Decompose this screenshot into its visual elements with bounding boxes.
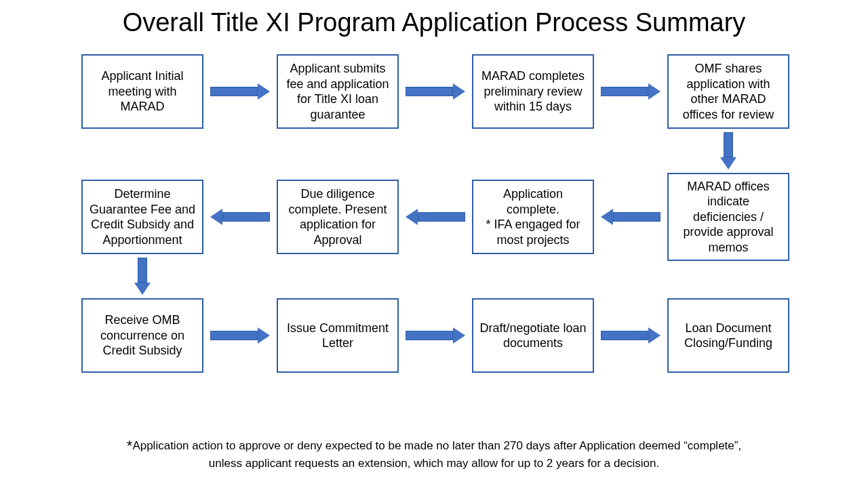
- arrow-right-icon: [406, 83, 465, 100]
- step-closing-funding: Loan Document Closing/Funding: [667, 298, 789, 373]
- step-omb-concurrence: Receive OMB concurrence on Credit Subsid…: [81, 298, 203, 373]
- box-label: Issue Commitment Letter: [283, 321, 392, 351]
- arrow-right-icon: [601, 327, 660, 344]
- box-label: Loan Document Closing/Funding: [674, 321, 783, 351]
- box-label: Applicant Initial meeting with MARAD: [88, 68, 197, 115]
- box-label: Draft/negotiate loan documents: [479, 321, 587, 351]
- footnote-line-1: Application action to approve or deny ex…: [132, 439, 741, 452]
- arrow-right-icon: [210, 83, 270, 100]
- box-label: Determine Guarantee Fee and Credit Subsi…: [88, 186, 197, 247]
- step-draft-documents: Draft/negotiate loan documents: [472, 298, 594, 373]
- box-label: OMF shares application with other MARAD …: [674, 61, 783, 122]
- step-determine-fee: Determine Guarantee Fee and Credit Subsi…: [81, 180, 203, 254]
- arrow-left-icon: [601, 209, 660, 225]
- step-application-complete: Application complete. * IFA engaged for …: [472, 180, 594, 254]
- step-submit-application: Applicant submits fee and application fo…: [277, 54, 399, 129]
- arrow-down-icon: [134, 258, 151, 295]
- arrow-right-icon: [601, 83, 660, 100]
- arrow-right-icon: [210, 327, 270, 344]
- arrow-left-icon: [406, 209, 465, 225]
- footnote: *Application action to approve or deny e…: [0, 436, 868, 472]
- box-label: Application complete. * IFA engaged for …: [479, 186, 587, 247]
- box-label: MARAD offices indicate deficiencies / pr…: [674, 179, 783, 256]
- footnote-line-2: unless applicant requests an extension, …: [209, 457, 659, 470]
- box-label: Receive OMB concurrence on Credit Subsid…: [88, 312, 197, 359]
- step-due-diligence: Due diligence complete. Present applicat…: [277, 180, 399, 254]
- box-label: MARAD completes preliminary review withi…: [479, 68, 587, 115]
- step-omf-shares: OMF shares application with other MARAD …: [667, 54, 789, 129]
- box-label: Due diligence complete. Present applicat…: [283, 186, 392, 247]
- page-title: Overall Title XI Program Application Pro…: [0, 0, 868, 37]
- step-commitment-letter: Issue Commitment Letter: [277, 298, 399, 373]
- arrow-left-icon: [210, 209, 270, 225]
- box-label: Applicant submits fee and application fo…: [283, 61, 392, 122]
- step-initial-meeting: Applicant Initial meeting with MARAD: [81, 54, 203, 129]
- arrow-right-icon: [406, 327, 465, 344]
- step-offices-review: MARAD offices indicate deficiencies / pr…: [667, 173, 789, 261]
- arrow-down-icon: [720, 132, 736, 169]
- step-preliminary-review: MARAD completes preliminary review withi…: [472, 54, 594, 129]
